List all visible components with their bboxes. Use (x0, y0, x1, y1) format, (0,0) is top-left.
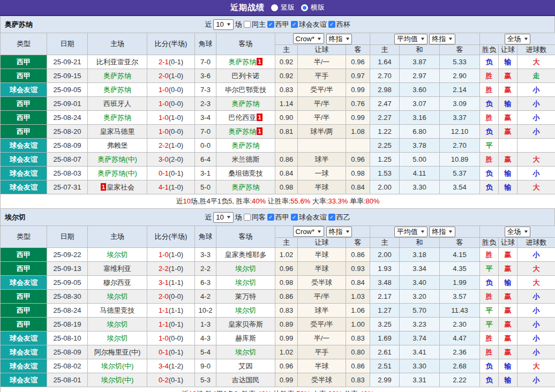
result-cell: 赢 (499, 318, 518, 331)
chevron-down-icon: ▼ (448, 36, 453, 41)
handicap-odds-group: Crow*▼ 终指▼ (275, 226, 370, 238)
home-team-cell: 1皇家社会 (88, 180, 147, 194)
away-team-name: 吉达国民 (232, 376, 260, 384)
home-team-cell: 奥萨苏纳(中) (88, 153, 147, 167)
radio-unselected-icon[interactable] (271, 4, 278, 11)
home-team-name: 埃尔切(中) (101, 362, 134, 370)
match-date: 25-08-20 (47, 125, 88, 139)
summary-segment: 40% (252, 197, 266, 205)
result-cell: 赢 (499, 345, 518, 359)
radio-selected-icon[interactable] (301, 4, 308, 11)
halftime-score: (0-0) (169, 127, 183, 135)
result-cell: 胜 (480, 83, 499, 97)
fulltime-score: 1-1 (159, 306, 169, 314)
home-team-name: 奥萨苏纳 (103, 114, 131, 122)
result-cell: 小 (518, 125, 555, 139)
europe-odds-group: 平均值▼ 终指▼ (370, 33, 480, 45)
bookmaker-select[interactable]: Crow*▼ (293, 33, 324, 44)
handicap-odds-cell: 半/一 (298, 55, 346, 69)
odds-stage-select[interactable]: 终指▼ (429, 227, 455, 237)
average-odds-cell: 2.22 (440, 373, 480, 387)
fulltime-score: 3-4 (159, 362, 169, 370)
home-team-cell: 塞维利亚 (88, 262, 147, 276)
match-date: 25-08-30 (47, 290, 88, 304)
layout-horizontal-radio[interactable]: 横版 (301, 3, 325, 12)
league-filter-label: 西甲 (275, 20, 289, 29)
average-odds-cell: 5.00 (400, 153, 440, 167)
team-section-home: 奥萨苏纳 近 10 ▼ 场 同主 西甲 球会友谊 西杯 (0, 16, 555, 209)
league-filter-label: 西甲 (275, 213, 289, 222)
average-odds-cell: 3.48 (370, 276, 400, 290)
result-cell: 胜 (480, 111, 499, 125)
league-badge: 西甲 (1, 304, 47, 318)
odds-stage-select[interactable]: 终指▼ (429, 34, 455, 44)
recent-count-select[interactable]: 10 ▼ (213, 19, 233, 30)
average-odds-cell: 1.22 (370, 125, 400, 139)
home-team-name: 奥萨苏纳(中) (98, 155, 137, 163)
league-filter-laliga[interactable]: 西甲 (267, 213, 289, 222)
average-odds-cell: 2.27 (370, 111, 400, 125)
home-team-name: 弗赖堡 (107, 141, 128, 149)
handicap-odds-cell: 1.03 (346, 290, 370, 304)
summary-segment: 30% (328, 390, 342, 392)
fulltime-score: 2-1 (159, 58, 169, 66)
average-select[interactable]: 平均值▼ (394, 34, 428, 44)
scope-select[interactable]: 全场▼ (505, 227, 531, 237)
match-row: 西甲25-08-24马德里竞技1-1(1-1)10-2埃尔切0.83球半1.06… (1, 304, 555, 318)
league-filter-segunda[interactable]: 西乙 (328, 213, 350, 222)
league-badge: 球会友谊 (1, 373, 47, 387)
checkbox-unchecked-icon[interactable] (244, 214, 251, 221)
halftime-score: (1-2) (169, 362, 183, 370)
handicap-odds-cell: 0.99 (346, 111, 370, 125)
recent-count-select[interactable]: 10 ▼ (213, 212, 233, 223)
same-venue-checkbox[interactable]: 同客 (244, 213, 266, 222)
away-team-name: 莱万特 (235, 292, 256, 300)
handicap-odds-cell: 0.96 (275, 359, 298, 373)
corner-cell: 10-2 (195, 304, 216, 318)
handicap-odds-cell: 球半 (298, 304, 346, 318)
same-venue-checkbox[interactable]: 同主 (244, 20, 266, 29)
matches-table: 类型 日期 主场 比分(半场) 角球 客场 Crow*▼ 终指▼ 平均值▼ 终指… (0, 33, 555, 209)
checkbox-checked-icon[interactable] (328, 21, 335, 28)
bookmaker-select[interactable]: Crow*▼ (293, 226, 324, 237)
away-team-name: 巴列卡诺 (232, 72, 260, 80)
result-cell: 大 (518, 153, 555, 167)
away-team-cell: 莱万特 (216, 290, 275, 304)
checkbox-checked-icon[interactable] (291, 214, 298, 221)
checkbox-checked-icon[interactable] (291, 21, 298, 28)
handicap-odds-cell: 平手 (298, 345, 346, 359)
home-team-cell: 埃尔切 (88, 248, 147, 262)
col-crow-home: 主 (275, 45, 298, 55)
fulltime-score: 1-0 (159, 334, 169, 342)
result-cell: 小 (518, 111, 555, 125)
league-badge: 西甲 (1, 125, 47, 139)
league-filter-friendly[interactable]: 球会友谊 (291, 213, 327, 222)
away-team-name: 桑坦德竞技 (228, 169, 263, 177)
home-team-name: 埃尔切 (107, 292, 128, 300)
average-select[interactable]: 平均值▼ (394, 227, 428, 237)
league-badge: 西甲 (1, 262, 47, 276)
fulltime-score: 1-0 (159, 114, 169, 122)
league-filter-laliga[interactable]: 西甲 (267, 20, 289, 29)
checkbox-checked-icon[interactable] (267, 214, 274, 221)
average-odds-cell: 4.35 (440, 262, 480, 276)
match-date: 25-08-03 (47, 167, 88, 180)
away-team-cell: 赫库斯 (216, 331, 275, 345)
odds-stage-select[interactable]: 终指▼ (326, 227, 352, 237)
result-group: 全场▼ (480, 33, 555, 45)
handicap-odds-cell: 0.97 (346, 69, 370, 83)
match-row: 球会友谊25-09-05穆尔西亚3-1(1-1)6-3埃尔切0.98受半球0.8… (1, 276, 555, 290)
odds-stage-select[interactable]: 终指▼ (326, 34, 352, 44)
result-cell: 平 (480, 262, 499, 276)
checkbox-checked-icon[interactable] (328, 214, 335, 221)
scope-select[interactable]: 全场▼ (505, 34, 531, 44)
checkbox-unchecked-icon[interactable] (244, 21, 251, 28)
league-filter-friendly[interactable]: 球会友谊 (291, 20, 327, 29)
league-filter-cup[interactable]: 西杯 (328, 20, 350, 29)
away-team-cell: 巴伦西亚1 (216, 111, 275, 125)
checkbox-checked-icon[interactable] (267, 21, 274, 28)
home-team-cell: 马德里竞技 (88, 304, 147, 318)
layout-vertical-radio[interactable]: 竖版 (271, 3, 295, 12)
result-cell: 赢 (499, 125, 518, 139)
match-row: 西甲25-08-30埃尔切2-0(0-0)4-2莱万特0.86平/半1.032.… (1, 290, 555, 304)
